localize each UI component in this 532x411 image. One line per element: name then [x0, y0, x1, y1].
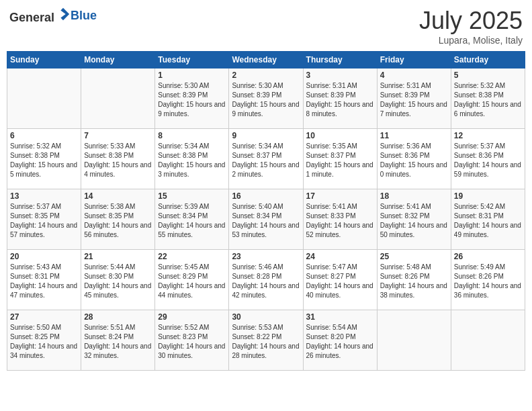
- day-info: Sunrise: 5:38 AMSunset: 8:35 PMDaylight:…: [84, 202, 152, 240]
- day-number: 26: [454, 252, 522, 261]
- weekday-header-wednesday: Wednesday: [229, 52, 303, 68]
- day-info: Sunrise: 5:53 AMSunset: 8:22 PMDaylight:…: [232, 323, 300, 361]
- day-info: Sunrise: 5:36 AMSunset: 8:36 PMDaylight:…: [380, 142, 448, 179]
- calendar-cell: 15Sunrise: 5:39 AMSunset: 8:34 PMDayligh…: [155, 189, 229, 250]
- calendar-week-row: 1Sunrise: 5:30 AMSunset: 8:39 PMDaylight…: [7, 68, 525, 129]
- day-number: 30: [232, 312, 300, 322]
- calendar-cell: 30Sunrise: 5:53 AMSunset: 8:22 PMDayligh…: [229, 310, 303, 371]
- weekday-header-monday: Monday: [81, 52, 155, 68]
- calendar-cell: 4Sunrise: 5:31 AMSunset: 8:39 PMDaylight…: [377, 68, 451, 129]
- calendar-week-row: 20Sunrise: 5:43 AMSunset: 8:31 PMDayligh…: [7, 250, 525, 310]
- calendar-cell: 20Sunrise: 5:43 AMSunset: 8:31 PMDayligh…: [7, 250, 81, 310]
- day-info: Sunrise: 5:54 AMSunset: 8:20 PMDaylight:…: [306, 323, 374, 361]
- weekday-header-row: SundayMondayTuesdayWednesdayThursdayFrid…: [7, 52, 525, 68]
- calendar-cell: 26Sunrise: 5:49 AMSunset: 8:26 PMDayligh…: [451, 250, 525, 310]
- location-subtitle: Lupara, Molise, Italy: [419, 35, 523, 46]
- calendar-cell: 18Sunrise: 5:41 AMSunset: 8:32 PMDayligh…: [377, 189, 451, 250]
- day-info: Sunrise: 5:37 AMSunset: 8:36 PMDaylight:…: [454, 142, 522, 179]
- calendar-cell: 8Sunrise: 5:34 AMSunset: 8:38 PMDaylight…: [155, 129, 229, 189]
- calendar-week-row: 13Sunrise: 5:37 AMSunset: 8:35 PMDayligh…: [7, 189, 525, 250]
- logo-text-general: General: [9, 11, 54, 24]
- day-info: Sunrise: 5:39 AMSunset: 8:34 PMDaylight:…: [158, 202, 226, 240]
- day-number: 8: [158, 131, 226, 140]
- calendar-cell: 22Sunrise: 5:45 AMSunset: 8:29 PMDayligh…: [155, 250, 229, 310]
- calendar-cell: 6Sunrise: 5:32 AMSunset: 8:38 PMDaylight…: [7, 129, 81, 189]
- day-number: 28: [84, 312, 152, 322]
- calendar-table: SundayMondayTuesdayWednesdayThursdayFrid…: [7, 51, 525, 371]
- day-info: Sunrise: 5:45 AMSunset: 8:29 PMDaylight:…: [158, 263, 226, 300]
- day-number: 2: [232, 71, 300, 80]
- logo: General Blue: [9, 7, 97, 25]
- weekday-header-friday: Friday: [377, 52, 451, 68]
- day-info: Sunrise: 5:41 AMSunset: 8:32 PMDaylight:…: [380, 202, 448, 240]
- weekday-header-sunday: Sunday: [7, 52, 81, 68]
- day-info: Sunrise: 5:46 AMSunset: 8:28 PMDaylight:…: [232, 263, 300, 300]
- calendar-cell: 7Sunrise: 5:33 AMSunset: 8:38 PMDaylight…: [81, 129, 155, 189]
- day-number: 27: [10, 312, 78, 322]
- day-info: Sunrise: 5:49 AMSunset: 8:26 PMDaylight:…: [454, 263, 522, 300]
- day-info: Sunrise: 5:31 AMSunset: 8:39 PMDaylight:…: [380, 81, 448, 119]
- calendar-cell: 21Sunrise: 5:44 AMSunset: 8:30 PMDayligh…: [81, 250, 155, 310]
- day-number: 22: [158, 252, 226, 261]
- calendar-cell: 3Sunrise: 5:31 AMSunset: 8:39 PMDaylight…: [303, 68, 377, 129]
- calendar-cell: 24Sunrise: 5:47 AMSunset: 8:27 PMDayligh…: [303, 250, 377, 310]
- calendar-cell: [81, 68, 155, 129]
- day-info: Sunrise: 5:31 AMSunset: 8:39 PMDaylight:…: [306, 81, 374, 119]
- day-number: 3: [306, 71, 374, 80]
- calendar-week-row: 27Sunrise: 5:50 AMSunset: 8:25 PMDayligh…: [7, 310, 525, 371]
- calendar-cell: 5Sunrise: 5:32 AMSunset: 8:38 PMDaylight…: [451, 68, 525, 129]
- calendar-cell: 2Sunrise: 5:30 AMSunset: 8:39 PMDaylight…: [229, 68, 303, 129]
- day-info: Sunrise: 5:40 AMSunset: 8:34 PMDaylight:…: [232, 202, 300, 240]
- weekday-header-tuesday: Tuesday: [155, 52, 229, 68]
- day-number: 31: [306, 312, 374, 322]
- calendar-cell: 1Sunrise: 5:30 AMSunset: 8:39 PMDaylight…: [155, 68, 229, 129]
- day-number: 12: [454, 131, 522, 140]
- page-header: General Blue July 2025 Lupara, Molise, I…: [7, 7, 525, 46]
- weekday-header-thursday: Thursday: [303, 52, 377, 68]
- svg-marker-0: [60, 8, 69, 20]
- day-info: Sunrise: 5:41 AMSunset: 8:33 PMDaylight:…: [306, 202, 374, 240]
- day-number: 17: [306, 191, 374, 201]
- calendar-cell: 17Sunrise: 5:41 AMSunset: 8:33 PMDayligh…: [303, 189, 377, 250]
- day-number: 1: [158, 71, 226, 80]
- day-info: Sunrise: 5:33 AMSunset: 8:38 PMDaylight:…: [84, 142, 152, 179]
- calendar-cell: 27Sunrise: 5:50 AMSunset: 8:25 PMDayligh…: [7, 310, 81, 371]
- day-number: 18: [380, 191, 448, 201]
- day-info: Sunrise: 5:37 AMSunset: 8:35 PMDaylight:…: [10, 202, 78, 240]
- day-info: Sunrise: 5:43 AMSunset: 8:31 PMDaylight:…: [10, 263, 78, 300]
- day-number: 29: [158, 312, 226, 322]
- calendar-cell: 11Sunrise: 5:36 AMSunset: 8:36 PMDayligh…: [377, 129, 451, 189]
- weekday-header-saturday: Saturday: [451, 52, 525, 68]
- logo-icon: [56, 7, 71, 21]
- calendar-cell: 13Sunrise: 5:37 AMSunset: 8:35 PMDayligh…: [7, 189, 81, 250]
- day-number: 7: [84, 131, 152, 140]
- calendar-cell: 23Sunrise: 5:46 AMSunset: 8:28 PMDayligh…: [229, 250, 303, 310]
- calendar-cell: 16Sunrise: 5:40 AMSunset: 8:34 PMDayligh…: [229, 189, 303, 250]
- day-number: 4: [380, 71, 448, 80]
- day-number: 25: [380, 252, 448, 261]
- day-number: 6: [10, 131, 78, 140]
- day-number: 16: [232, 191, 300, 201]
- calendar-cell: 9Sunrise: 5:34 AMSunset: 8:37 PMDaylight…: [229, 129, 303, 189]
- calendar-cell: [377, 310, 451, 371]
- day-number: 24: [306, 252, 374, 261]
- logo-text-blue: Blue: [71, 9, 97, 23]
- day-number: 20: [10, 252, 78, 261]
- day-number: 13: [10, 191, 78, 201]
- title-area: July 2025 Lupara, Molise, Italy: [419, 7, 523, 46]
- day-info: Sunrise: 5:44 AMSunset: 8:30 PMDaylight:…: [84, 263, 152, 300]
- day-info: Sunrise: 5:35 AMSunset: 8:37 PMDaylight:…: [306, 142, 374, 179]
- day-info: Sunrise: 5:32 AMSunset: 8:38 PMDaylight:…: [454, 81, 522, 119]
- day-info: Sunrise: 5:50 AMSunset: 8:25 PMDaylight:…: [10, 323, 78, 361]
- day-number: 9: [232, 131, 300, 140]
- day-number: 5: [454, 71, 522, 80]
- day-info: Sunrise: 5:52 AMSunset: 8:23 PMDaylight:…: [158, 323, 226, 361]
- day-number: 21: [84, 252, 152, 261]
- calendar-cell: 19Sunrise: 5:42 AMSunset: 8:31 PMDayligh…: [451, 189, 525, 250]
- calendar-cell: [7, 68, 81, 129]
- day-info: Sunrise: 5:34 AMSunset: 8:37 PMDaylight:…: [232, 142, 300, 179]
- calendar-cell: 29Sunrise: 5:52 AMSunset: 8:23 PMDayligh…: [155, 310, 229, 371]
- month-year-title: July 2025: [419, 7, 523, 35]
- day-info: Sunrise: 5:42 AMSunset: 8:31 PMDaylight:…: [454, 202, 522, 240]
- day-info: Sunrise: 5:48 AMSunset: 8:26 PMDaylight:…: [380, 263, 448, 300]
